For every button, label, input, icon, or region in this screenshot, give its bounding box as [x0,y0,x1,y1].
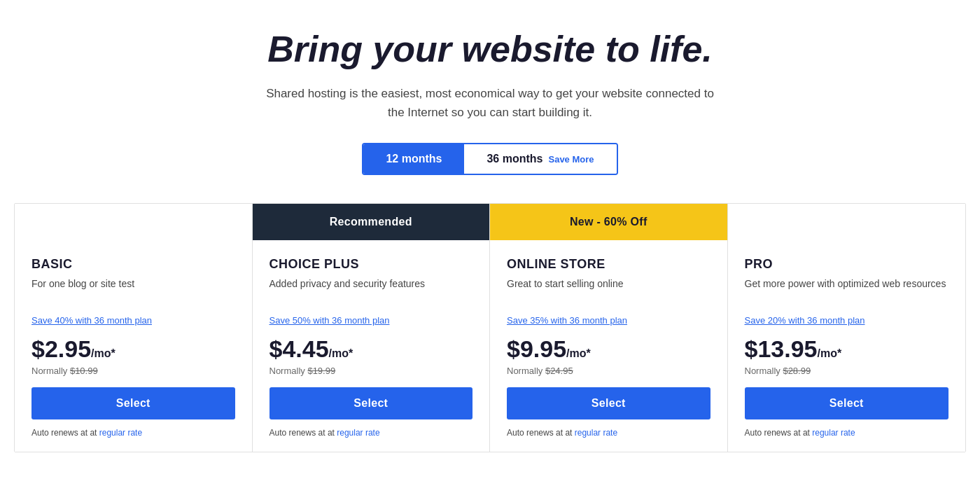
normal-price-pro: Normally $28.99 [745,366,949,376]
per-mo-choice-plus: /mo* [329,347,354,359]
per-mo-basic: /mo* [91,347,115,359]
auto-renew-online-store: Auto renews at [507,428,563,438]
plan-badge-online-store: New - 60% Off [490,204,727,240]
price-value-choice-plus: $4.45 [270,335,329,362]
plan-badge-pro [728,204,966,240]
per-mo-pro: /mo* [818,347,842,359]
price-choice-plus: $4.45/mo* [270,335,473,363]
save-link-pro[interactable]: Save 20% with 36 month plan [745,315,865,326]
toggle-36-months-label: 36 months [486,153,542,165]
plan-desc-basic: For one blog or site test [31,277,235,304]
plan-card-basic: BASIC For one blog or site test Save 40%… [15,204,253,452]
plan-card-pro: PRO Get more power with optimized web re… [728,204,966,452]
save-link-online-store[interactable]: Save 35% with 36 month plan [507,315,627,326]
regular-rate-link-pro[interactable]: regular rate [812,428,855,438]
normal-price-basic: Normally $10.99 [31,366,235,376]
auto-renew-basic: Auto renews at [31,428,88,438]
price-pro: $13.95/mo* [745,335,949,363]
auto-renew-choice-plus: Auto renews at [270,428,326,438]
plan-card-online-store: New - 60% Off ONLINE STORE Great to star… [490,204,728,452]
page-title: Bring your website to life. [14,28,966,70]
plan-name-choice-plus: CHOICE PLUS [270,257,473,272]
plan-badge-choice-plus: Recommended [253,204,490,240]
normal-price-choice-plus: Normally $19.99 [270,366,473,376]
price-basic: $2.95/mo* [31,335,235,363]
price-value-pro: $13.95 [745,335,818,362]
price-value-online-store: $9.95 [507,335,566,362]
price-value-basic: $2.95 [31,335,91,362]
plan-desc-online-store: Great to start selling online [507,277,710,304]
normal-price-online-store: Normally $24.95 [507,366,710,376]
select-button-basic[interactable]: Select [31,387,235,419]
plan-desc-pro: Get more power with optimized web resour… [745,277,949,304]
plan-desc-choice-plus: Added privacy and security features [270,277,473,304]
regular-rate-link-online-store[interactable]: regular rate [575,428,617,438]
save-link-choice-plus[interactable]: Save 50% with 36 month plan [270,315,390,326]
plan-badge-basic [15,204,252,240]
select-button-pro[interactable]: Select [745,387,949,419]
plan-name-basic: BASIC [31,257,235,272]
price-online-store: $9.95/mo* [507,335,710,363]
header-section: Bring your website to life. Shared hosti… [14,28,966,175]
toggle-36-months[interactable]: 36 months Save More [464,144,616,174]
save-more-badge: Save More [548,154,594,165]
plans-grid: BASIC For one blog or site test Save 40%… [14,203,966,452]
per-mo-online-store: /mo* [566,347,591,359]
billing-toggle: 12 months 36 months Save More [362,143,617,175]
plan-name-pro: PRO [745,257,949,272]
select-button-choice-plus[interactable]: Select [270,387,473,419]
regular-rate-link-basic[interactable]: regular rate [99,428,142,438]
plan-card-choice-plus: Recommended CHOICE PLUS Added privacy an… [253,204,491,452]
toggle-12-months[interactable]: 12 months [363,144,464,174]
plan-name-online-store: ONLINE STORE [507,257,710,272]
auto-renew-pro: Auto renews at [745,428,801,438]
select-button-online-store[interactable]: Select [507,387,710,419]
page-subtitle: Shared hosting is the easiest, most econ… [266,84,714,122]
billing-toggle-wrapper: 12 months 36 months Save More [14,143,966,175]
regular-rate-link-choice-plus[interactable]: regular rate [337,428,379,438]
save-link-basic[interactable]: Save 40% with 36 month plan [31,315,152,326]
